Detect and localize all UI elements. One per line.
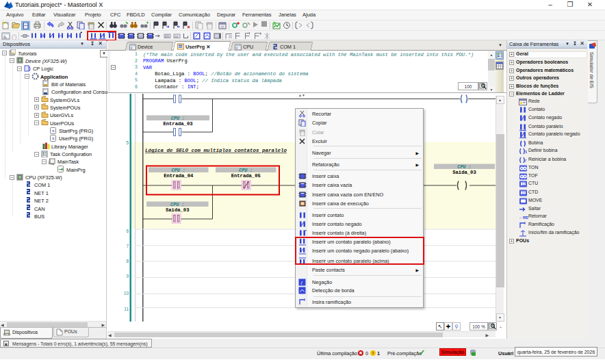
svg-text:s: s	[525, 149, 527, 154]
svg-text:CPU :: CPU :	[239, 168, 253, 173]
svg-text:≡: ≡	[51, 135, 54, 140]
svg-text:r: r	[525, 158, 527, 163]
svg-text:8: 8	[126, 259, 129, 263]
svg-text:21: 21	[522, 190, 526, 194]
svg-text:ou: ou	[175, 35, 179, 38]
svg-text:EN: EN	[165, 35, 169, 38]
svg-text:CPU :: CPU :	[171, 116, 185, 121]
svg-text:Entrada_03: Entrada_03	[163, 121, 192, 127]
svg-text:Saida_03: Saida_03	[166, 207, 190, 213]
svg-text:≡: ≡	[51, 128, 54, 133]
svg-text:11: 11	[124, 307, 129, 311]
svg-text:Lógica de SELO com multiplos c: Lógica de SELO com multiplos contatos pa…	[145, 148, 287, 153]
svg-text:6: 6	[126, 229, 129, 233]
svg-text:5: 5	[126, 140, 129, 145]
svg-text:(ʹʹ): (ʹʹ)	[12, 34, 16, 40]
svg-text:10: 10	[124, 291, 129, 296]
svg-text:9: 9	[126, 274, 129, 278]
svg-text:12: 12	[522, 182, 526, 186]
svg-text:CPU :: CPU :	[170, 202, 184, 207]
svg-text:7: 7	[126, 244, 129, 248]
svg-text:Saida_03: Saida_03	[452, 170, 476, 175]
svg-text:CPU :: CPU :	[457, 164, 471, 170]
svg-text:Entrada_04: Entrada_04	[164, 173, 194, 179]
svg-text:CPU :: CPU :	[172, 168, 185, 173]
svg-text:Entrada_05: Entrada_05	[231, 173, 261, 179]
svg-text:←RET: ←RET	[519, 216, 528, 220]
